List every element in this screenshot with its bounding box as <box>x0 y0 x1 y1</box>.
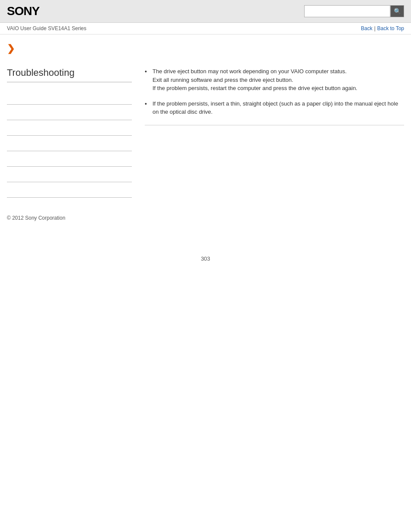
search-container: 🔍 <box>304 5 404 17</box>
right-column: The drive eject button may not work depe… <box>140 67 404 198</box>
list-item[interactable] <box>7 105 132 120</box>
footer-copyright: © 2012 Sony Corporation <box>7 215 404 221</box>
sidebar-nav <box>7 89 132 198</box>
back-to-top-link[interactable]: Back to Top <box>377 25 404 31</box>
two-column-layout: Troubleshooting The drive eject button m… <box>7 67 404 198</box>
content-bullet-1: The drive eject button may not work depe… <box>145 67 404 93</box>
content-list: The drive eject button may not work depe… <box>145 67 404 116</box>
bullet2-text: If the problem persists, insert a thin, … <box>153 100 398 115</box>
back-link[interactable]: Back <box>361 25 373 31</box>
guide-title: VAIO User Guide SVE14A1 Series <box>7 25 87 31</box>
content-bullet-2: If the problem persists, insert a thin, … <box>145 100 404 116</box>
list-item[interactable] <box>7 136 132 151</box>
search-button[interactable]: 🔍 <box>390 5 404 17</box>
list-item[interactable] <box>7 120 132 136</box>
search-input[interactable] <box>304 5 390 17</box>
nav-links: Back | Back to Top <box>361 25 404 31</box>
sony-logo: SONY <box>7 4 39 18</box>
list-item[interactable] <box>7 151 132 167</box>
nav-bar: VAIO User Guide SVE14A1 Series Back | Ba… <box>0 23 411 34</box>
left-column: Troubleshooting <box>7 67 140 198</box>
search-icon: 🔍 <box>394 8 401 15</box>
bullet1-text: The drive eject button may not work depe… <box>153 68 357 91</box>
chevron-icon: ❯ <box>7 43 404 54</box>
content-divider <box>145 125 404 125</box>
header: SONY 🔍 <box>0 0 411 23</box>
list-item[interactable] <box>7 182 132 198</box>
list-item[interactable] <box>7 89 132 105</box>
nav-separator: | <box>374 25 375 31</box>
list-item[interactable] <box>7 167 132 182</box>
page-number: 303 <box>0 255 411 271</box>
section-title: Troubleshooting <box>7 67 132 82</box>
main-content: ❯ Troubleshooting The drive eject button… <box>0 34 411 230</box>
